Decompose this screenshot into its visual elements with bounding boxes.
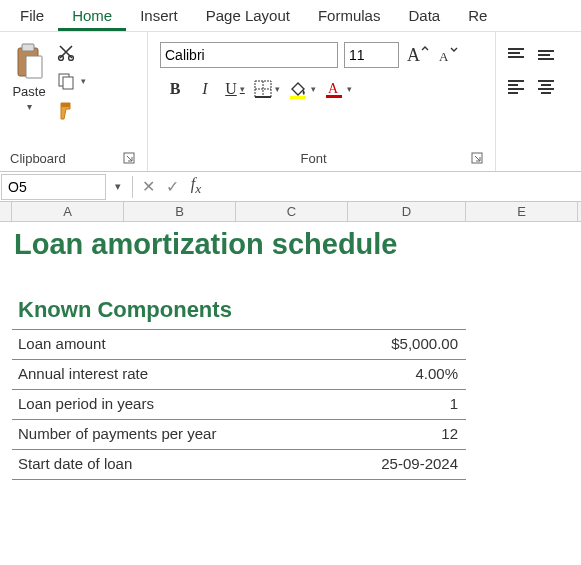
group-label-clipboard: Clipboard	[10, 151, 66, 166]
formula-input[interactable]	[208, 175, 581, 199]
col-header-b[interactable]: B	[124, 202, 236, 221]
formula-bar: ▾ ✕ ✓ fx	[0, 172, 581, 202]
tab-home[interactable]: Home	[58, 1, 126, 31]
row-value: 25-09-2024	[348, 450, 466, 479]
align-top-button[interactable]	[506, 46, 526, 64]
insert-function-button[interactable]: fx	[184, 175, 208, 197]
svg-text:A: A	[439, 49, 449, 64]
svg-rect-1	[22, 44, 34, 51]
col-header-e[interactable]: E	[466, 202, 578, 221]
chevron-down-icon: ▾	[311, 84, 316, 94]
svg-rect-7	[61, 103, 70, 107]
svg-rect-17	[326, 95, 342, 98]
svg-rect-2	[26, 56, 42, 78]
fill-color-button[interactable]: ▾	[284, 76, 320, 102]
row-label: Number of payments per year	[12, 420, 348, 449]
column-headers: A B C D E	[0, 202, 581, 222]
fill-bucket-icon	[288, 79, 308, 99]
tab-page-layout[interactable]: Page Layout	[192, 1, 304, 31]
table-row[interactable]: Number of payments per year 12	[12, 420, 466, 450]
increase-font-button[interactable]: A	[405, 44, 429, 66]
name-box[interactable]	[1, 174, 106, 200]
group-clipboard: Paste ▾ ▾	[0, 32, 148, 171]
chevron-down-icon: ▾	[240, 84, 245, 94]
separator	[132, 176, 133, 198]
clipboard-icon	[12, 42, 46, 82]
table-row[interactable]: Annual interest rate 4.00%	[12, 360, 466, 390]
align-center-button[interactable]	[536, 78, 556, 96]
paste-label: Paste	[12, 84, 45, 99]
row-value: 12	[348, 420, 466, 449]
group-label-font: Font	[300, 151, 326, 166]
name-box-dropdown[interactable]: ▾	[107, 180, 129, 193]
tab-review[interactable]: Re	[454, 1, 501, 31]
font-launcher[interactable]	[469, 150, 485, 166]
svg-rect-6	[63, 77, 73, 89]
table-row[interactable]: Loan amount $5,000.00	[12, 330, 466, 360]
accept-formula-button[interactable]: ✓	[160, 177, 184, 196]
format-painter-button[interactable]	[56, 100, 86, 122]
subtitle-cell[interactable]: Known Components	[12, 269, 466, 330]
font-color-button[interactable]: A ▾	[320, 76, 356, 102]
clipboard-launcher[interactable]	[121, 150, 137, 166]
align-middle-button[interactable]	[536, 46, 556, 64]
row-label: Start date of loan	[12, 450, 348, 479]
align-left-button[interactable]	[506, 78, 526, 96]
cut-button[interactable]	[56, 42, 86, 62]
table-row[interactable]: Start date of loan 25-09-2024	[12, 450, 466, 480]
paintbrush-icon	[56, 100, 78, 122]
row-label: Annual interest rate	[12, 360, 348, 389]
col-header-a[interactable]: A	[12, 202, 124, 221]
tab-formulas[interactable]: Formulas	[304, 1, 395, 31]
row-value: 1	[348, 390, 466, 419]
title-cell[interactable]: Loan amortization schedule	[12, 222, 581, 269]
svg-text:A: A	[328, 81, 339, 96]
svg-text:A: A	[407, 45, 420, 65]
font-name-select[interactable]	[160, 42, 338, 68]
cancel-formula-button[interactable]: ✕	[136, 177, 160, 196]
font-color-icon: A	[324, 79, 344, 99]
italic-button[interactable]: I	[190, 76, 220, 102]
row-value: 4.00%	[348, 360, 466, 389]
copy-icon	[56, 71, 76, 91]
scissors-icon	[56, 42, 76, 62]
decrease-font-button[interactable]: A	[435, 44, 459, 66]
table-row[interactable]: Loan period in years 1	[12, 390, 466, 420]
borders-button[interactable]: ▾	[250, 76, 284, 102]
bold-button[interactable]: B	[160, 76, 190, 102]
row-label: Loan period in years	[12, 390, 348, 419]
row-label: Loan amount	[12, 330, 348, 359]
svg-rect-15	[290, 96, 306, 99]
row-value: $5,000.00	[348, 330, 466, 359]
select-all-corner[interactable]	[0, 202, 12, 221]
sheet-title: Loan amortization schedule	[14, 228, 398, 260]
col-header-d[interactable]: D	[348, 202, 466, 221]
paste-button[interactable]: Paste ▾	[10, 40, 48, 122]
tab-insert[interactable]: Insert	[126, 1, 192, 31]
chevron-down-icon: ▾	[347, 84, 352, 94]
ribbon-tabs: File Home Insert Page Layout Formulas Da…	[0, 0, 581, 32]
borders-icon	[254, 80, 272, 98]
group-alignment	[496, 32, 576, 171]
chevron-down-icon: ▾	[81, 76, 86, 86]
chevron-down-icon: ▾	[275, 84, 280, 94]
copy-button[interactable]: ▾	[56, 71, 86, 91]
sheet-subtitle: Known Components	[18, 297, 232, 322]
sheet-area[interactable]: Loan amortization schedule Known Compone…	[0, 222, 581, 480]
chevron-down-icon: ▾	[27, 101, 32, 112]
tab-file[interactable]: File	[6, 1, 58, 31]
font-size-select[interactable]	[344, 42, 399, 68]
underline-button[interactable]: U▾	[220, 76, 250, 102]
group-font: A A B I U▾ ▾ ▾	[148, 32, 496, 171]
ribbon: Paste ▾ ▾	[0, 32, 581, 172]
col-header-c[interactable]: C	[236, 202, 348, 221]
tab-data[interactable]: Data	[394, 1, 454, 31]
